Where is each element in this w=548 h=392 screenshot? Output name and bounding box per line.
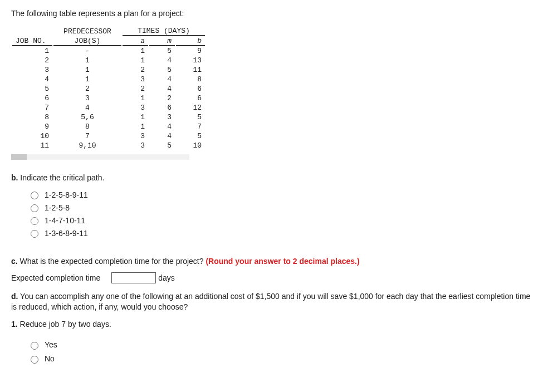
part-c-text: What is the expected completion time for…: [18, 257, 206, 266]
cell-pred: 7: [53, 132, 121, 140]
cell-pred: 3: [53, 94, 121, 102]
expected-completion-label: Expected completion time: [11, 273, 100, 282]
cell-job: 4: [12, 75, 52, 84]
part-c-note: (Round your answer to 2 decimal places.): [206, 257, 359, 266]
part-c: c. What is the expected completion time …: [11, 257, 537, 283]
part-b-options: 1-2-5-8-9-111-2-5-81-4-7-10-111-3-6-8-9-…: [28, 190, 537, 238]
cell-m: 4: [149, 122, 175, 131]
cell-a: 1: [123, 113, 148, 121]
expected-completion-unit: days: [158, 273, 175, 282]
critical-path-option-label: 1-2-5-8-9-11: [45, 190, 88, 199]
header-jobno: JOB NO.: [12, 37, 52, 46]
critical-path-option-label: 1-2-5-8: [45, 203, 70, 212]
cell-m: 5: [149, 47, 175, 55]
part-d-label: d.: [11, 292, 18, 301]
cell-m: 4: [149, 132, 175, 140]
cell-pred: 1: [53, 56, 121, 65]
project-plan-table: PREDECESSOR TIMES (DAYS) JOB NO. JOB(S) …: [11, 26, 206, 151]
cell-pred: -: [53, 47, 121, 55]
part-d: d. You can accomplish any one of the fol…: [11, 291, 537, 364]
table-row: 63126: [12, 94, 205, 102]
part-d-options: Yes No: [28, 340, 537, 364]
critical-path-option-label: 1-4-7-10-11: [45, 216, 85, 225]
critical-path-radio[interactable]: [31, 192, 38, 199]
cell-job: 1: [12, 47, 52, 55]
table-row: 41348: [12, 75, 205, 84]
cell-m: 4: [149, 75, 175, 84]
cell-m: 5: [149, 141, 175, 150]
cell-job: 5: [12, 85, 52, 93]
cell-pred: 9,10: [53, 141, 121, 150]
cell-job: 3: [12, 66, 52, 74]
cell-a: 2: [123, 85, 148, 93]
cell-m: 6: [149, 104, 175, 112]
cell-b: 7: [176, 122, 205, 131]
cell-b: 10: [176, 141, 205, 150]
critical-path-radio[interactable]: [31, 217, 38, 225]
cell-a: 3: [123, 75, 148, 84]
cell-a: 1: [123, 47, 148, 55]
table-row: 312511: [12, 66, 205, 74]
cell-job: 9: [12, 122, 52, 131]
header-predecessor: PREDECESSOR: [53, 27, 121, 36]
cell-a: 2: [123, 66, 148, 74]
cell-b: 8: [176, 75, 205, 84]
part-c-label: c.: [11, 257, 18, 266]
cell-b: 6: [176, 85, 205, 93]
critical-path-radio[interactable]: [31, 204, 38, 212]
cell-pred: 8: [53, 122, 121, 131]
intro-text: The following table represents a plan fo…: [11, 9, 537, 18]
part-b: b. Indicate the critical path. 1-2-5-8-9…: [11, 173, 537, 238]
cell-b: 5: [176, 132, 205, 140]
option-no-radio[interactable]: [31, 356, 38, 364]
cell-m: 2: [149, 94, 175, 102]
cell-pred: 2: [53, 85, 121, 93]
critical-path-option-label: 1-3-6-8-9-11: [45, 229, 88, 238]
cell-job: 10: [12, 132, 52, 140]
cell-a: 3: [123, 104, 148, 112]
cell-a: 3: [123, 141, 148, 150]
scrollbar-thumb[interactable]: [11, 154, 27, 160]
part-b-label: b.: [11, 173, 18, 182]
expected-completion-input[interactable]: [111, 272, 156, 283]
table-row: 211413: [12, 56, 205, 65]
cell-job: 2: [12, 56, 52, 65]
cell-pred: 4: [53, 104, 121, 112]
table-row: 743612: [12, 104, 205, 112]
header-times: TIMES (DAYS): [123, 27, 205, 36]
option-yes-radio[interactable]: [31, 342, 38, 350]
part-d-sub-label: 1.: [11, 320, 18, 329]
option-yes-label: Yes: [45, 340, 57, 350]
cell-job: 11: [12, 141, 52, 150]
header-b: b: [176, 37, 205, 46]
cell-pred: 1: [53, 75, 121, 84]
cell-m: 3: [149, 113, 175, 121]
cell-pred: 1: [53, 66, 121, 74]
part-d-sub-text: Reduce job 7 by two days.: [18, 320, 111, 329]
cell-job: 7: [12, 104, 52, 112]
header-jobs: JOB(S): [53, 37, 121, 46]
table-row: 1-159: [12, 47, 205, 55]
header-m: m: [149, 37, 175, 46]
cell-b: 9: [176, 47, 205, 55]
cell-a: 1: [123, 122, 148, 131]
critical-path-radio[interactable]: [31, 230, 38, 238]
cell-a: 1: [123, 94, 148, 102]
cell-b: 13: [176, 56, 205, 65]
cell-m: 4: [149, 85, 175, 93]
cell-b: 6: [176, 94, 205, 102]
cell-b: 12: [176, 104, 205, 112]
table-row: 119,103510: [12, 141, 205, 150]
cell-a: 1: [123, 56, 148, 65]
cell-job: 6: [12, 94, 52, 102]
table-row: 98147: [12, 122, 205, 131]
cell-b: 5: [176, 113, 205, 121]
part-d-text: You can accomplish any one of the follow…: [11, 292, 530, 311]
cell-job: 8: [12, 113, 52, 121]
horizontal-scrollbar[interactable]: [11, 154, 189, 160]
table-row: 85,6135: [12, 113, 205, 121]
part-b-text: Indicate the critical path.: [18, 173, 104, 182]
table-row: 52246: [12, 85, 205, 93]
cell-b: 11: [176, 66, 205, 74]
table-row: 107345: [12, 132, 205, 140]
